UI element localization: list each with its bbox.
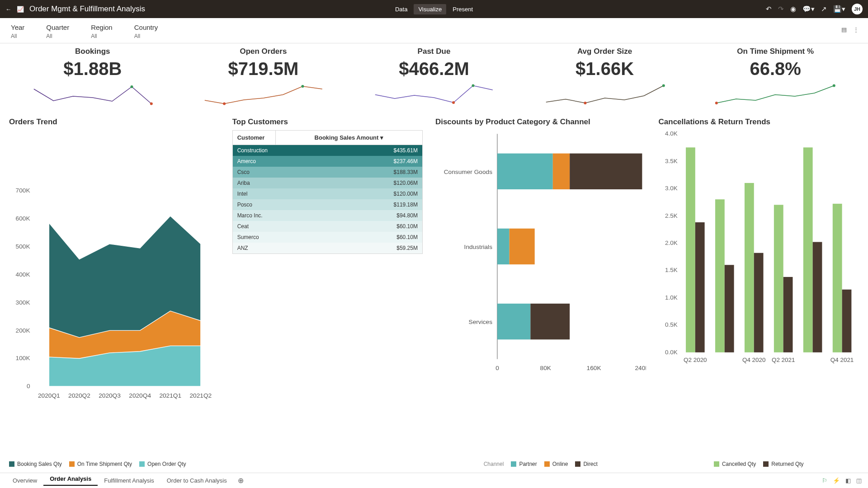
svg-rect-50: [715, 199, 725, 352]
filter-country[interactable]: CountryAll: [134, 23, 158, 39]
table-row[interactable]: ANZ$59.25M: [233, 243, 422, 253]
table-row[interactable]: Ariba$120.06M: [233, 178, 422, 188]
avatar[interactable]: JH: [852, 4, 863, 14]
kpi-tile[interactable]: Open Orders$719.5M: [180, 47, 347, 110]
svg-rect-30: [509, 229, 535, 264]
mode-visualize[interactable]: Visualize: [414, 4, 446, 14]
filter-region[interactable]: RegionAll: [91, 23, 113, 39]
cancellations-chart: 0.0K0.5K1.0K1.5K2.0K2.5K3.0K3.5K4.0KQ2 2…: [659, 130, 859, 458]
table-row[interactable]: Construction$435.61M: [233, 145, 422, 156]
svg-text:400K: 400K: [16, 271, 30, 278]
svg-rect-48: [686, 147, 695, 352]
svg-text:0: 0: [27, 383, 30, 389]
svg-text:0: 0: [495, 365, 499, 371]
kpi-tile[interactable]: On Time Shipment %66.8%: [692, 47, 859, 110]
kpi-label: Bookings: [9, 47, 176, 56]
legend-item[interactable]: Returned Qty: [763, 461, 803, 467]
discounts-title: Discounts by Product Category & Channel: [435, 117, 646, 127]
top-customers-panel[interactable]: Top Customers Customer Booking Sales Amo…: [232, 117, 423, 467]
filter-year[interactable]: YearAll: [11, 23, 24, 39]
legend-item[interactable]: Cancelled Qty: [714, 461, 756, 467]
svg-text:700K: 700K: [16, 187, 30, 194]
mode-data[interactable]: Data: [391, 4, 412, 14]
svg-rect-49: [695, 222, 704, 352]
top-customers-title: Top Customers: [232, 117, 423, 127]
svg-text:2021Q2: 2021Q2: [189, 392, 212, 399]
svg-text:4.0K: 4.0K: [665, 130, 678, 137]
svg-rect-54: [774, 205, 783, 352]
kpi-value: $466.2M: [350, 59, 518, 79]
mode-switcher: DataVisualizePresent: [391, 4, 477, 14]
table-row[interactable]: Intel$120.00M: [233, 188, 422, 199]
discounts-legend: ChannelPartnerOnlineDirect: [435, 461, 646, 467]
cancellations-panel[interactable]: Cancellations & Return Trends 0.0K0.5K1.…: [659, 117, 859, 467]
orders-trend-panel[interactable]: Orders Trend 0100K200K300K400K500K600K70…: [9, 117, 220, 467]
comment-icon[interactable]: 💬▾: [802, 5, 815, 13]
kpi-value: $1.88B: [9, 59, 176, 79]
svg-text:1.5K: 1.5K: [665, 267, 678, 273]
svg-rect-52: [744, 183, 754, 352]
kpi-tile[interactable]: Avg Order Size$1.66K: [521, 47, 689, 110]
refresh-icon[interactable]: ◉: [790, 5, 796, 13]
legend-item[interactable]: Open Order Qty: [139, 461, 186, 467]
discounts-panel[interactable]: Discounts by Product Category & Channel …: [435, 117, 646, 467]
svg-text:3.0K: 3.0K: [665, 185, 678, 192]
svg-rect-29: [497, 229, 509, 264]
svg-rect-59: [842, 290, 851, 352]
undo-icon[interactable]: ↶: [766, 5, 772, 13]
filter-menu-icon[interactable]: ⋮: [853, 26, 859, 33]
svg-rect-56: [803, 147, 812, 352]
filter-params-icon[interactable]: ▤: [841, 26, 847, 33]
svg-text:Consumer Goods: Consumer Goods: [444, 169, 492, 175]
svg-rect-32: [497, 304, 530, 339]
cancellations-legend: Cancelled QtyReturned Qty: [659, 461, 859, 467]
filter-quarter[interactable]: QuarterAll: [46, 23, 69, 39]
svg-text:Q2 2021: Q2 2021: [771, 357, 794, 363]
svg-point-5: [472, 84, 475, 87]
svg-text:0.0K: 0.0K: [665, 349, 678, 356]
save-icon[interactable]: 💾▾: [833, 5, 845, 13]
svg-rect-25: [497, 154, 553, 189]
orders-trend-legend: Booking Sales QtyOn Time Shipment QtyOpe…: [9, 461, 220, 467]
table-row[interactable]: Posco$119.18M: [233, 199, 422, 210]
export-icon[interactable]: ↗: [821, 5, 827, 13]
table-row[interactable]: Ceat$60.10M: [233, 221, 422, 232]
svg-text:2021Q1: 2021Q1: [159, 392, 181, 399]
svg-point-7: [662, 84, 665, 87]
svg-point-3: [301, 85, 304, 88]
back-icon[interactable]: ←: [5, 6, 11, 13]
kpi-value: 66.8%: [692, 59, 859, 79]
sparkline: [521, 81, 689, 109]
svg-text:600K: 600K: [16, 215, 30, 222]
svg-point-4: [452, 101, 455, 104]
svg-text:0.5K: 0.5K: [665, 321, 678, 328]
mode-present[interactable]: Present: [448, 4, 477, 14]
svg-text:2020Q4: 2020Q4: [129, 392, 151, 399]
svg-text:2020Q2: 2020Q2: [68, 392, 90, 399]
svg-rect-58: [832, 204, 842, 352]
table-row[interactable]: Amerco$237.46M: [233, 156, 422, 167]
cancellations-title: Cancellations & Return Trends: [659, 117, 859, 127]
redo-icon[interactable]: ↷: [778, 5, 784, 13]
svg-point-9: [833, 84, 835, 87]
kpi-row: Bookings$1.88BOpen Orders$719.5MPast Due…: [9, 47, 859, 110]
kpi-label: Avg Order Size: [521, 47, 689, 56]
topbar: ← 📈 Order Mgmt & Fulfillment Analysis Da…: [0, 0, 868, 18]
legend-item[interactable]: On Time Shipment Qty: [69, 461, 132, 467]
svg-text:3.5K: 3.5K: [665, 158, 678, 164]
legend-item[interactable]: Booking Sales Qty: [9, 461, 62, 467]
table-row[interactable]: Marco Inc.$94.80M: [233, 210, 422, 221]
table-header-customer[interactable]: Customer: [233, 131, 276, 145]
kpi-tile[interactable]: Bookings$1.88B: [9, 47, 176, 110]
legend-item[interactable]: Partner: [511, 461, 537, 467]
svg-point-1: [130, 85, 133, 88]
svg-text:Q4 2020: Q4 2020: [742, 357, 766, 363]
table-row[interactable]: Sumerco$60.10M: [233, 232, 422, 243]
kpi-label: Past Due: [350, 47, 518, 56]
table-header-amount[interactable]: Booking Sales Amount ▾: [276, 131, 422, 145]
legend-item[interactable]: Direct: [575, 461, 597, 467]
table-row[interactable]: Csco$188.33M: [233, 167, 422, 178]
kpi-tile[interactable]: Past Due$466.2M: [350, 47, 518, 110]
legend-item[interactable]: Online: [544, 461, 568, 467]
sparkline: [180, 81, 347, 109]
